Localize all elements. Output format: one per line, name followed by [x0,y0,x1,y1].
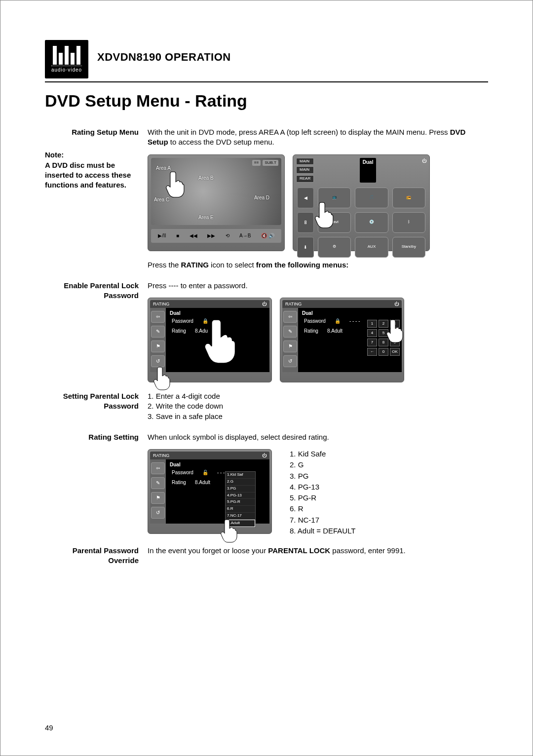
enter-password-text: Press ---- to enter a password. [148,281,488,291]
power-icon: ⏻ [422,158,426,183]
figure-row-2: RATING⏻ ⇦✎⚑↺ Dual Password 🔒 Rating8.Adu [148,298,488,382]
label-enable-lock: Enable Parental Lock Password [45,281,139,391]
screenshot-rating-password: RATING⏻ ⇦✎⚑↺ Dual Password 🔒 Rating8.Adu [148,298,272,382]
transport-bar: ▶/II ■ ◀◀ ▶▶ ⟲ A→B 🔇 🔊 [151,229,281,243]
screenshot-dvd-areas: ≡≡ SUB.T Area A Area B Area C Area D Are… [148,154,285,251]
menu-icon: AUX [355,237,388,258]
unlock-text: When unlock symbol is displayed, select … [148,432,488,442]
model-number: XDVDN8190 [97,51,161,63]
step-3: 3. Save in a safe place [148,412,488,421]
section-heading: DVD Setup Menu - Rating [45,91,488,111]
pointing-hand-icon [164,171,187,198]
note-heading: Note: [45,150,139,160]
label-override: Parental Password Override [45,546,139,566]
screenshot-rating-dropdown: RATING⏻ ⇦✎⚑↺ Dual Password 🔓 - - - - Rat… [148,449,272,534]
bluetooth-icon: ᛒ [392,212,425,233]
override-text: In the event you forget or loose your PA… [148,546,488,566]
pointing-hand-icon [313,201,336,229]
lock-icon: 🔒 [335,318,341,325]
brand-sub: audio·video [51,66,82,73]
brand-logo: audio·video [45,40,88,78]
screenshot-main-menu: MAIN MAIN REAR Dual ⏻ ◀ 📺 🎵 📻 🎚 Navi [293,154,430,251]
note-body: A DVD disc must be inserted to access th… [45,160,139,190]
intro-text: With the unit in DVD mode, press AREA A … [148,127,488,270]
pointing-hand-icon [152,366,172,391]
step-2: 2. Write the code down [148,401,488,411]
subt-label: SUB.T [263,160,278,166]
figure-row-1: ≡≡ SUB.T Area A Area B Area C Area D Are… [148,154,488,251]
unlock-icon: 🔓 [202,469,208,476]
header-word: OPERATION [165,51,231,63]
note-block: Note: A DVD disc must be inserted to acc… [45,150,139,190]
screenshot-rating-keypad: RATING⏻ ⇦✎⚑↺ Dual Password 🔒 - - - - Rat… [280,298,404,382]
menu-icon: ⚙ [318,237,351,258]
press-rating-text: Press the RATING icon to select from the… [148,260,488,270]
page-number: 49 [45,723,53,732]
label-rating-setup: Rating Setup Menu [45,127,139,137]
pointing-hand-icon [200,318,240,365]
figure-row-3: RATING⏻ ⇦✎⚑↺ Dual Password 🔓 - - - - Rat… [148,449,488,537]
menu-icon: 💿 [355,212,388,233]
pointing-hand-icon [385,319,405,343]
label-setting-lock: Setting Parental Lock Password [45,391,139,421]
header-rule [45,81,488,82]
standby-icon: Standby [392,237,425,258]
label-rating-setting: Rating Setting [45,432,139,546]
page-header: XDVDN8190 OPERATION [97,51,231,78]
menu-icon: 🎵 [355,188,388,208]
subt-icon: ≡≡ [252,160,261,166]
step-1: 1. Enter a 4-digit code [148,391,488,401]
pointing-hand-icon [219,519,239,543]
menu-icon: 📻 [392,188,425,208]
rating-list: 1. Kid Safe 2. G 3. PG 4. PG-13 5. PG-R … [280,449,356,537]
